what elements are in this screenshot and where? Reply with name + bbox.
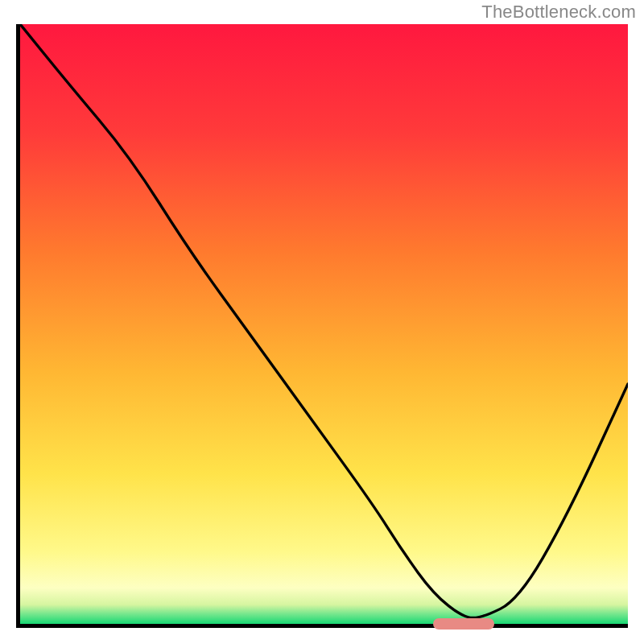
watermark-text: TheBottleneck.com [481, 2, 636, 23]
chart-container: TheBottleneck.com [0, 0, 644, 644]
plot-area [20, 24, 628, 624]
plot-svg [20, 24, 628, 624]
optimal-range-marker [433, 618, 494, 630]
gradient-background [20, 24, 628, 624]
plot-axes [16, 24, 628, 628]
